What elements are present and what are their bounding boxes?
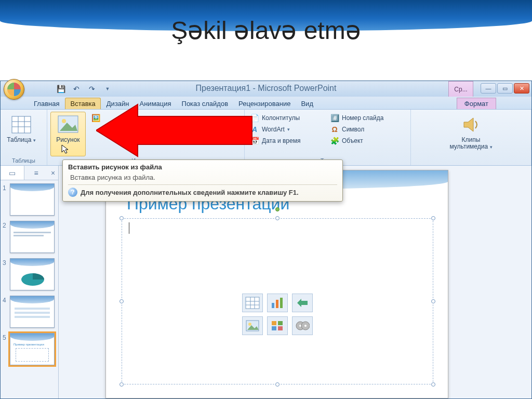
thumbnail-4[interactable] xyxy=(10,296,55,328)
titlebar: 💾 ↶ ↷ ▼ Презентация1 - Microsoft PowerPo… xyxy=(1,81,531,97)
close-button[interactable]: ✕ xyxy=(514,83,529,94)
slides-pane: ▭ ≡ × 1 2 3 xyxy=(1,166,59,398)
object-button[interactable]: 🧩Объект xyxy=(328,136,406,146)
insert-picture-icon[interactable] xyxy=(242,316,263,335)
tab-format[interactable]: Формат xyxy=(457,98,496,109)
thumb-num-1: 1 xyxy=(3,183,8,192)
ribbon-group-text: 📄Колонтитулы AWordArt ▾ 📅Дата и время #️… xyxy=(245,110,411,165)
thumb-num-2: 2 xyxy=(3,221,8,229)
svg-rect-27 xyxy=(272,326,276,330)
svg-rect-18 xyxy=(272,303,274,308)
thumb-num-4: 4 xyxy=(3,296,8,304)
symbol-button[interactable]: ΩСимвол xyxy=(328,124,406,135)
ribbon-group-tables: Таблица ▾ Таблицы xyxy=(1,110,47,165)
tooltip-help-text: Для получения дополнительных сведений на… xyxy=(81,189,299,196)
pane-close-icon[interactable]: × xyxy=(48,166,58,180)
wordart-label: WordArt xyxy=(262,126,285,133)
symbol-icon: Ω xyxy=(330,125,339,134)
help-icon: ? xyxy=(68,188,77,197)
date-time-label: Дата и время xyxy=(262,137,300,144)
wordart-button[interactable]: AWordArt ▾ xyxy=(248,124,326,135)
svg-point-6 xyxy=(62,119,66,123)
svg-marker-33 xyxy=(96,104,252,156)
slide-number-label: Номер слайда xyxy=(342,114,383,122)
ribbon-group-media: Клипы мультимедиа ▾ xyxy=(411,110,531,165)
date-time-button[interactable]: 📅Дата и время xyxy=(248,136,326,146)
insert-clipart-icon[interactable] xyxy=(267,316,288,335)
thumb-num-3: 3 xyxy=(3,258,8,267)
thumbnail-5[interactable]: Пример презентации xyxy=(10,333,55,365)
svg-rect-26 xyxy=(278,321,283,325)
text-caret xyxy=(129,222,129,234)
header-footer-button[interactable]: 📄Колонтитулы xyxy=(248,113,326,123)
slide-canvas[interactable]: Пример презентации xyxy=(105,170,448,398)
presentation-header: Şəkil əlavə etmə xyxy=(0,0,532,81)
table-label: Таблица xyxy=(7,136,31,143)
placeholder-insert-icons xyxy=(242,294,313,335)
tooltip-help-row: ? Для получения дополнительных сведений … xyxy=(68,184,337,197)
thumb-num-5: 5 xyxy=(3,333,8,341)
save-icon[interactable]: 💾 xyxy=(55,83,67,95)
outline-tab-icon[interactable]: ≡ xyxy=(24,166,48,180)
svg-rect-28 xyxy=(278,326,283,330)
svg-rect-13 xyxy=(246,297,259,309)
object-label: Объект xyxy=(342,137,363,144)
slide-number-button[interactable]: #️⃣Номер слайда xyxy=(328,113,406,123)
thumb-row-1[interactable]: 1 xyxy=(3,183,56,216)
insert-chart-icon[interactable] xyxy=(267,294,288,312)
svg-rect-19 xyxy=(276,300,278,308)
insert-table-icon[interactable] xyxy=(242,294,263,312)
quick-access-toolbar: 💾 ↶ ↷ ▼ xyxy=(55,83,114,95)
slides-tab-icon[interactable]: ▭ xyxy=(1,166,24,180)
minimize-button[interactable]: — xyxy=(481,83,496,94)
insert-media-icon[interactable] xyxy=(292,316,313,335)
svg-marker-11 xyxy=(464,118,473,131)
thumbnail-list: 1 2 3 4 xyxy=(1,180,58,368)
svg-point-32 xyxy=(304,325,307,327)
insert-smartart-icon[interactable] xyxy=(292,294,313,312)
maximize-button[interactable]: ▭ xyxy=(497,83,513,94)
symbol-label: Символ xyxy=(342,126,364,133)
powerpoint-window: 💾 ↶ ↷ ▼ Презентация1 - Microsoft PowerPo… xyxy=(0,81,532,399)
header-footer-label: Колонтитулы xyxy=(262,114,300,122)
tooltip-body: Вставка рисунка из файла. xyxy=(68,174,337,181)
thumb-row-5[interactable]: 5 Пример презентации xyxy=(3,333,56,365)
redo-icon[interactable]: ↷ xyxy=(86,83,98,95)
ribbon-tabstrip: Главная Вставка Дизайн Анимация Показ сл… xyxy=(1,97,531,110)
window-controls: — ▭ ✕ xyxy=(481,83,529,94)
svg-rect-20 xyxy=(280,298,283,308)
media-clips-label: Клипы мультимедиа xyxy=(449,136,488,150)
office-button[interactable] xyxy=(4,79,24,100)
thumb-row-4[interactable]: 4 xyxy=(3,296,56,328)
slide-number-icon: #️⃣ xyxy=(330,113,339,123)
thumbnail-1[interactable] xyxy=(10,183,55,216)
cursor-icon xyxy=(61,144,69,154)
media-clips-button[interactable]: Клипы мультимедиа ▾ xyxy=(443,112,500,156)
picture-icon xyxy=(57,114,79,135)
undo-icon[interactable]: ↶ xyxy=(70,83,83,95)
picture-label: Рисунок xyxy=(56,137,79,143)
object-icon: 🧩 xyxy=(330,136,339,145)
svg-marker-8 xyxy=(62,145,68,153)
svg-point-30 xyxy=(299,325,301,327)
thumb-row-2[interactable]: 2 xyxy=(3,221,56,253)
thumbnail-2[interactable] xyxy=(10,221,55,253)
callout-arrow xyxy=(96,102,257,159)
tab-view[interactable]: Вид xyxy=(296,98,318,109)
table-button[interactable]: Таблица ▾ xyxy=(4,112,39,156)
tab-insert[interactable]: Вставка xyxy=(65,98,100,109)
thumb-row-3[interactable]: 3 xyxy=(3,258,56,290)
content-placeholder[interactable] xyxy=(122,218,433,384)
picture-button[interactable]: Рисунок xyxy=(50,112,86,156)
thumbnail-3[interactable] xyxy=(10,258,55,290)
contextual-tab-label: Ср... xyxy=(448,81,473,97)
tab-home[interactable]: Главная xyxy=(29,98,64,109)
svg-rect-0 xyxy=(12,116,31,133)
presentation-title: Şəkil əlavə etmə xyxy=(0,16,532,45)
group-label-tables: Таблицы xyxy=(4,156,44,165)
pane-tabs: ▭ ≡ × xyxy=(1,166,58,180)
speaker-icon xyxy=(460,114,483,135)
svg-point-23 xyxy=(248,323,251,326)
qat-dropdown-icon[interactable]: ▼ xyxy=(101,83,114,95)
svg-marker-21 xyxy=(297,299,308,307)
